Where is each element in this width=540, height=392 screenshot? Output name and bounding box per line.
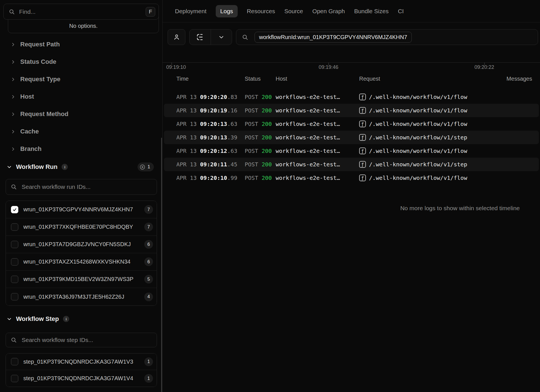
- deployment-tabbar: Deployment Logs Resources Source Open Gr…: [163, 0, 540, 22]
- keyboard-shortcut-badge: F: [146, 7, 155, 17]
- chevron-down-icon: [7, 316, 12, 321]
- log-count-badge: 5: [144, 275, 153, 284]
- tab-deployment[interactable]: Deployment: [175, 8, 206, 15]
- checkbox-unchecked[interactable]: [11, 358, 18, 365]
- workflow-run-option[interactable]: wrun_01KP3TAXZX154268WXKVSHKN34 6: [6, 253, 157, 271]
- workflow-step-option[interactable]: step_01KP3T9CNQDNRDCJKA3G7AW1V4 1: [6, 370, 157, 387]
- workflow-run-list: wrun_01KP3T9CGPVY4NNRV6MJZ4KHN7 7 wrun_0…: [6, 201, 157, 306]
- request-path: /.well-known/workflow/v1/flow: [369, 175, 467, 181]
- log-ms: .39: [227, 134, 237, 141]
- workflow-run-id: wrun_01KP3TAXZX154268WXKVSHKN34: [23, 259, 139, 265]
- checkbox-unchecked[interactable]: [11, 276, 18, 283]
- column-header-status: Status: [245, 76, 276, 82]
- chevron-right-icon: [11, 60, 15, 64]
- log-search-input[interactable]: workflowRunId:wrun_01KP3T9CGPVY4NNRV6MJZ…: [236, 29, 538, 45]
- log-row[interactable]: APR 13 09:20:13.39 POST 200 workflows-e2…: [164, 131, 539, 144]
- search-icon: [11, 184, 17, 190]
- workflow-run-id: wrun_01KP3TA7D9GBZJVNCY0FN5SDKJ: [23, 241, 139, 248]
- workflow-run-header[interactable]: Workflow Run i 1: [3, 158, 159, 176]
- host-cell: workflows-e2e-test…: [276, 161, 359, 168]
- workflow-run-id: wrun_01KP3TA36J97M3JTJE5H62Z26J: [23, 294, 139, 300]
- checkbox-unchecked[interactable]: [11, 241, 18, 248]
- request-method: POST: [245, 121, 258, 127]
- log-date: APR 13: [176, 161, 197, 168]
- checkbox-unchecked[interactable]: [11, 375, 18, 382]
- log-source-split-button: [189, 29, 232, 45]
- request-path: /.well-known/workflow/v1/step: [369, 161, 467, 168]
- workflow-step-title: Workflow Step: [16, 315, 59, 323]
- scan-frame-icon: [196, 33, 204, 41]
- log-date: APR 13: [176, 175, 197, 181]
- status-code: 200: [262, 134, 272, 141]
- filter-chip-workflow-run-id[interactable]: workflowRunId:wrun_01KP3T9CGPVY4NNRV6MJZ…: [255, 32, 412, 43]
- function-icon: ƒ: [359, 175, 366, 181]
- tab-resources[interactable]: Resources: [247, 8, 275, 15]
- tab-ci[interactable]: CI: [398, 8, 404, 15]
- tab-source[interactable]: Source: [284, 8, 303, 15]
- status-code: 200: [262, 161, 272, 168]
- checkbox-unchecked[interactable]: [11, 293, 18, 300]
- filter-section-branch[interactable]: Branch: [3, 140, 159, 158]
- filter-section-status-code[interactable]: Status Code: [3, 53, 159, 71]
- search-icon: [242, 34, 248, 40]
- log-count-badge: 1: [144, 374, 153, 383]
- tab-logs[interactable]: Logs: [216, 5, 238, 17]
- tab-bundle-sizes[interactable]: Bundle Sizes: [354, 8, 389, 15]
- sidebar-scrollbar[interactable]: [161, 138, 162, 392]
- workflow-run-option[interactable]: wrun_01KP3T9CGPVY4NNRV6MJZ4KHN7 7: [6, 201, 157, 218]
- clear-workflow-run-filter-button[interactable]: 1: [138, 162, 154, 171]
- filter-section-request-type[interactable]: Request Type: [3, 71, 159, 88]
- log-time: 09:20:10: [200, 175, 227, 181]
- checkbox-checked[interactable]: [11, 206, 18, 213]
- log-row[interactable]: APR 13 09:20:13.63 POST 200 workflows-e2…: [164, 117, 539, 131]
- workflow-step-option[interactable]: step_01KP3T9CNQDNRDCJKA3G7AW1V3 1: [6, 354, 157, 370]
- workflow-run-option[interactable]: wrun_01KP3TA36J97M3JTJE5H62Z26J 4: [6, 288, 157, 305]
- request-method: POST: [245, 175, 258, 181]
- request-path: /.well-known/workflow/v1/flow: [369, 107, 467, 114]
- workflow-run-option[interactable]: wrun_01KP3T9KMD15BEV2W3ZN97WS3P 5: [6, 271, 157, 288]
- log-count-badge: 4: [144, 293, 153, 301]
- log-row[interactable]: APR 13 09:20:19.16 POST 200 workflows-e2…: [164, 104, 539, 117]
- user-sessions-button[interactable]: [168, 29, 185, 45]
- clear-circle-x-icon: [140, 164, 145, 170]
- log-time: 09:20:13: [200, 121, 227, 127]
- filter-section-request-path[interactable]: Request Path: [3, 36, 159, 53]
- workflow-run-search-input[interactable]: Search workflow run IDs...: [6, 179, 157, 195]
- person-icon: [173, 33, 180, 41]
- checkbox-unchecked[interactable]: [11, 258, 18, 266]
- log-drains-button[interactable]: [190, 30, 211, 45]
- host-cell: workflows-e2e-test…: [276, 148, 359, 154]
- workflow-step-header[interactable]: Workflow Step i: [3, 310, 159, 328]
- log-timeline[interactable]: 09:19:10 09:19:46 09:20:22: [163, 62, 540, 70]
- log-row[interactable]: APR 13 09:20:11.45 POST 200 workflows-e2…: [164, 158, 539, 171]
- log-source-dropdown-button[interactable]: [211, 30, 232, 45]
- filter-section-request-method[interactable]: Request Method: [3, 105, 159, 123]
- workflow-run-option[interactable]: wrun_01KP3TA7D9GBZJVNCY0FN5SDKJ 6: [6, 236, 157, 253]
- filter-section-cache[interactable]: Cache: [3, 123, 159, 140]
- column-header-request: Request: [359, 76, 496, 82]
- filter-section-host[interactable]: Host: [3, 88, 159, 105]
- find-input[interactable]: Find... F: [3, 4, 159, 20]
- chevron-right-icon: [11, 129, 15, 134]
- logs-main: Deployment Logs Resources Source Open Gr…: [163, 0, 540, 392]
- filter-section-label: Host: [20, 93, 34, 100]
- log-count-badge: 1: [144, 357, 153, 366]
- checkbox-unchecked[interactable]: [11, 223, 18, 231]
- log-ms: .99: [227, 175, 237, 181]
- log-ms: .16: [227, 107, 237, 114]
- workflow-step-list: step_01KP3T9CNQDNRDCJKA3G7AW1V3 1 step_0…: [6, 353, 157, 387]
- log-date: APR 13: [176, 107, 197, 114]
- log-row[interactable]: APR 13 09:20:10.99 POST 200 workflows-e2…: [164, 171, 539, 185]
- log-rows: APR 13 09:20:20.83 POST 200 workflows-e2…: [163, 90, 540, 185]
- host-cell: workflows-e2e-test…: [276, 107, 359, 114]
- log-row[interactable]: APR 13 09:20:20.83 POST 200 workflows-e2…: [164, 90, 539, 104]
- tab-open-graph[interactable]: Open Graph: [312, 8, 345, 15]
- function-icon: ƒ: [359, 148, 366, 154]
- workflow-run-option[interactable]: wrun_01KP3T7XKQFHBE0E70PC8HDQBY 7: [6, 218, 157, 236]
- filters-sidebar: No options. Find... F Request Path Statu…: [0, 0, 163, 392]
- log-row[interactable]: APR 13 09:20:12.63 POST 200 workflows-e2…: [164, 144, 539, 158]
- status-code: 200: [262, 121, 272, 127]
- workflow-step-search-input[interactable]: Search workflow step IDs...: [6, 333, 157, 347]
- log-ms: .63: [227, 121, 237, 127]
- filter-section-label: Request Method: [20, 110, 68, 118]
